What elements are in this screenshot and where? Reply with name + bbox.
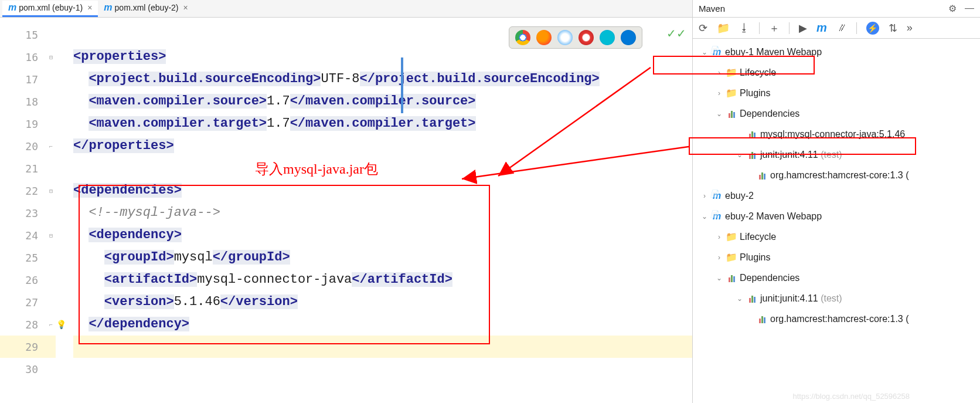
maven-project-icon: m — [711, 191, 723, 201]
folder-gear-icon: 📁 — [726, 231, 737, 242]
maven-tree: ⌄ m ebuy-1 Maven Webapp › 📁 Lifecycle › … — [693, 39, 980, 403]
download-icon[interactable]: ⭳ — [739, 22, 750, 34]
ie-icon[interactable] — [600, 30, 615, 45]
code-editor[interactable]: 15 16⊟ 17 18 19 20⌐ 21 22⊟ 23 24⊟ 25 26 … — [0, 18, 692, 403]
tab-ebuy1[interactable]: m pom.xml (ebuy-1) × — [2, 1, 98, 17]
browser-toolbar — [509, 26, 642, 49]
tree-node-mysql[interactable]: mysql:mysql-connector-java:5.1.46 — [696, 124, 977, 144]
fold-end-icon[interactable]: ⌐ — [49, 143, 53, 150]
edge-icon[interactable] — [621, 30, 636, 45]
plus-icon[interactable]: ＋ — [769, 21, 780, 35]
node-label: org.hamcrest:hamcrest-core:1.3 ( — [770, 170, 909, 181]
run-icon[interactable]: ▶ — [799, 22, 807, 35]
close-icon[interactable]: × — [183, 3, 188, 12]
tab-label: pom.xml (ebuy-1) — [19, 3, 83, 12]
tree-node-hamcrest2[interactable]: org.hamcrest:hamcrest-core:1.3 ( — [696, 309, 977, 329]
minimize-icon[interactable]: — — [965, 3, 974, 14]
tree-node-deps2[interactable]: ⌄ Dependencies — [696, 267, 977, 288]
node-label: mysql:mysql-connector-java:5.1.46 — [760, 129, 905, 140]
node-label: junit:junit:4.11 (test) — [760, 293, 842, 304]
maven-file-icon: m — [104, 2, 112, 13]
node-label: Dependencies — [740, 109, 799, 119]
fold-icon[interactable]: ⊟ — [49, 54, 53, 60]
annotation-label: 导入mysql-java.jar包 — [255, 160, 378, 178]
chevron-down-icon[interactable]: ⌄ — [715, 274, 723, 282]
tree-node-junit2[interactable]: ⌄ junit:junit:4.11 (test) — [696, 288, 977, 309]
folder-gear-icon: 📁 — [726, 252, 737, 263]
node-label: Plugins — [740, 252, 770, 263]
gear-icon[interactable]: ⚙ — [948, 3, 957, 14]
safari-icon[interactable] — [557, 30, 573, 45]
node-label: Lifecycle — [740, 67, 776, 78]
editor-tabs: m pom.xml (ebuy-1) × m pom.xml (ebuy-2) … — [0, 0, 692, 18]
fold-end-icon[interactable]: ⌐ — [49, 321, 53, 328]
folder-gear-icon: 📁 — [726, 87, 737, 99]
tree-node-ebuy1[interactable]: ⌄ m ebuy-1 Maven Webapp — [696, 42, 977, 62]
more-icon[interactable]: » — [907, 22, 913, 34]
tree-node-ebuy2web[interactable]: ⌄ m ebuy-2 Maven Webapp — [696, 206, 977, 226]
node-label: ebuy-2 — [725, 191, 754, 201]
chevron-right-icon[interactable]: › — [715, 233, 723, 241]
tree-node-lifecycle[interactable]: › 📁 Lifecycle — [696, 62, 977, 83]
lib-icon — [746, 130, 758, 138]
chevron-right-icon[interactable]: › — [715, 253, 723, 262]
chrome-icon[interactable] — [515, 30, 530, 45]
chevron-down-icon[interactable]: ⌄ — [700, 212, 709, 221]
maven-panel: Maven ⚙ — ⟳ 📁 ⭳ ＋ ▶ m ⫽ ⚡ ⇅ » ⌄ m ebuy-1… — [693, 0, 980, 403]
tree-node-hamcrest[interactable]: org.hamcrest:hamcrest-core:1.3 ( — [696, 165, 977, 185]
opera-icon[interactable] — [579, 30, 594, 45]
chevron-right-icon[interactable]: › — [715, 69, 723, 77]
tree-node-ebuy2proj[interactable]: › m ebuy-2 — [696, 185, 977, 206]
deps-icon — [726, 274, 737, 282]
tree-node-deps[interactable]: ⌄ Dependencies — [696, 103, 977, 124]
node-label: ebuy-2 Maven Webapp — [725, 211, 822, 222]
maven-toolbar: ⟳ 📁 ⭳ ＋ ▶ m ⫽ ⚡ ⇅ » — [693, 18, 980, 39]
chevron-down-icon[interactable]: ⌄ — [700, 48, 709, 56]
expand-icon[interactable]: ⇅ — [889, 22, 897, 35]
panel-title: Maven — [699, 4, 725, 13]
tab-label: pom.xml (ebuy-2) — [115, 3, 179, 12]
chevron-down-icon[interactable]: ⌄ — [736, 151, 744, 159]
close-icon[interactable]: × — [87, 3, 92, 12]
lib-icon — [746, 151, 758, 159]
chevron-down-icon[interactable]: ⌄ — [736, 294, 744, 303]
tab-ebuy2[interactable]: m pom.xml (ebuy-2) × — [98, 1, 193, 17]
line-gutter: 15 16⊟ 17 18 19 20⌐ 21 22⊟ 23 24⊟ 25 26 … — [0, 18, 56, 403]
folder-icon[interactable]: 📁 — [717, 22, 730, 35]
refresh-icon[interactable]: ⟳ — [699, 22, 707, 35]
watermark: https://blog.csdn.net/qq_52596258 — [793, 392, 910, 401]
lib-icon — [746, 294, 758, 303]
editor-area: m pom.xml (ebuy-1) × m pom.xml (ebuy-2) … — [0, 0, 693, 403]
tree-node-junit[interactable]: ⌄ junit:junit:4.11 (test) — [696, 144, 977, 165]
chevron-right-icon[interactable]: › — [700, 192, 709, 200]
checkmark-icon: ✓✓ — [666, 26, 686, 40]
maven-m-icon[interactable]: m — [816, 21, 827, 35]
chevron-down-icon[interactable]: ⌄ — [715, 110, 723, 118]
firefox-icon[interactable] — [536, 30, 552, 45]
node-label: Plugins — [740, 88, 770, 99]
lib-icon — [756, 315, 768, 323]
bolt-icon[interactable]: ⚡ — [866, 22, 879, 35]
node-label: Lifecycle — [740, 232, 776, 242]
node-label: ebuy-1 Maven Webapp — [725, 47, 822, 57]
maven-file-icon: m — [8, 2, 16, 13]
lib-icon — [756, 171, 768, 180]
folder-gear-icon: 📁 — [726, 67, 737, 78]
chevron-right-icon[interactable]: › — [715, 89, 723, 97]
node-label: Dependencies — [740, 273, 799, 283]
tree-node-lifecycle2[interactable]: › 📁 Lifecycle — [696, 226, 977, 247]
maven-project-icon: m — [711, 211, 723, 222]
maven-project-icon: m — [711, 47, 723, 57]
tree-node-plugins[interactable]: › 📁 Plugins — [696, 83, 977, 103]
marker-bar — [401, 57, 403, 113]
skip-icon[interactable]: ⫽ — [836, 22, 847, 34]
deps-icon — [726, 110, 737, 118]
code-content[interactable]: <properties> <project.build.sourceEncodi… — [56, 18, 692, 403]
node-label: org.hamcrest:hamcrest-core:1.3 ( — [770, 314, 909, 324]
maven-header: Maven ⚙ — — [693, 0, 980, 18]
fold-icon[interactable]: ⊟ — [49, 232, 53, 239]
node-label: junit:junit:4.11 (test) — [760, 150, 842, 160]
fold-icon[interactable]: ⊟ — [49, 188, 53, 194]
tree-node-plugins2[interactable]: › 📁 Plugins — [696, 247, 977, 267]
